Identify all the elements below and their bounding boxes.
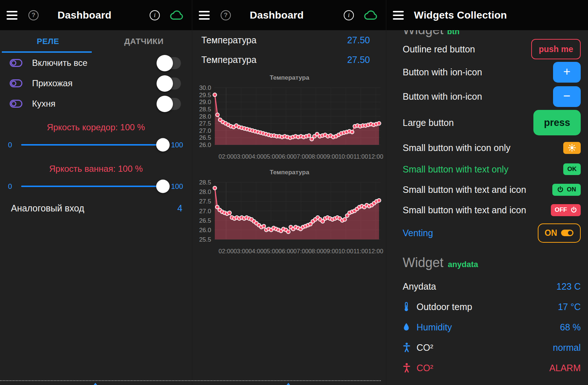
slider-max-label: 100	[171, 182, 183, 191]
temperature-chart-plot: 30.029.529.028.528.027.527.026.526.002:0…	[196, 83, 383, 161]
tab-relays[interactable]: РЕЛЕ	[0, 30, 96, 53]
cloud-status-icon[interactable]	[169, 10, 184, 21]
brightness-bath-slider-row: 0 100	[0, 176, 192, 197]
co2-alarm-row: CO² ALARM	[386, 358, 588, 378]
cut-off-footer-glyph	[92, 383, 98, 385]
menu-icon[interactable]	[7, 11, 17, 20]
widgets-collection-panel: Widgets Collection Widget btn Outline re…	[386, 0, 588, 385]
svg-text:08:00: 08:00	[308, 153, 323, 160]
svg-text:25.5: 25.5	[199, 236, 211, 243]
menu-icon[interactable]	[393, 11, 404, 20]
svg-text:28.5: 28.5	[199, 179, 211, 186]
switch-all-toggle[interactable]	[158, 57, 181, 69]
button-label: OFF	[555, 206, 567, 214]
svg-text:26.5: 26.5	[199, 134, 211, 141]
switch-label: Включить все	[32, 58, 158, 68]
svg-text:03:00: 03:00	[233, 248, 248, 254]
svg-text:26.0: 26.0	[199, 142, 211, 148]
svg-text:28.0: 28.0	[199, 188, 211, 195]
cut-off-footer-glyph	[285, 383, 291, 385]
sunny-button[interactable]	[563, 142, 581, 154]
body-icon	[403, 363, 411, 373]
section-title: Widget	[403, 255, 443, 270]
temperature-chart-plot: 28.528.027.527.026.526.025.502:0003:0004…	[196, 178, 383, 256]
minus-button[interactable]: −	[553, 86, 581, 107]
thermometer-icon	[403, 302, 410, 312]
section-tag: anydata	[448, 260, 478, 269]
add-icon: +	[563, 64, 571, 79]
svg-text:27.5: 27.5	[199, 198, 211, 205]
plus-button[interactable]: +	[553, 62, 581, 83]
svg-text:09:00: 09:00	[323, 248, 338, 254]
row-label: Button with ion-icon	[403, 91, 553, 102]
slider-knob[interactable]	[156, 180, 170, 193]
app-root: ? Dashboard i РЕЛЕ ДАТЧИКИ Включить все …	[0, 0, 588, 385]
water-icon	[403, 322, 410, 332]
push-me-button[interactable]: push me	[531, 39, 581, 59]
button-label: ON	[545, 228, 557, 238]
outdoor-temp-row: Outdoor temp 17 °C	[386, 297, 588, 317]
widget-row-large: Large button press	[386, 109, 588, 136]
switch-label: Кухня	[32, 99, 158, 109]
info-icon[interactable]: i	[150, 10, 160, 20]
toggle-icon	[9, 79, 23, 88]
switch-hallway-toggle[interactable]	[158, 78, 181, 90]
row-value: 68 %	[560, 322, 581, 333]
row-label: Anydata	[403, 281, 556, 292]
toggle-icon	[9, 59, 23, 67]
section-tag: btn	[447, 30, 459, 36]
power-on-button[interactable]: ON	[552, 184, 581, 196]
temperature-row: Температура 27.50	[192, 50, 386, 70]
svg-text:05:00: 05:00	[264, 248, 279, 254]
row-label: Small button with text and icon	[403, 184, 552, 195]
dashboard-sensors-panel: ? Dashboard i Температура 27.50 Температ…	[192, 0, 386, 385]
switch-label: Прихожая	[32, 78, 158, 88]
ok-button[interactable]: OK	[563, 163, 581, 175]
slider-max-label: 100	[171, 141, 183, 149]
help-icon[interactable]: ?	[28, 10, 39, 20]
co2-normal-row: CO² normal	[386, 337, 588, 358]
svg-text:05:00: 05:00	[264, 153, 279, 160]
svg-text:11:00: 11:00	[354, 153, 368, 160]
row-label: Outline red button	[403, 44, 531, 55]
svg-text:28.0: 28.0	[199, 113, 211, 120]
slider-min-label: 0	[8, 141, 20, 149]
svg-text:02:00: 02:00	[218, 153, 233, 160]
widget-row-text-only: Small button with text only OK	[386, 159, 588, 179]
row-label: Button with ion-icon	[403, 67, 553, 78]
power-icon	[557, 186, 564, 193]
power-icon	[571, 207, 577, 213]
svg-text:29.5: 29.5	[199, 92, 211, 99]
temperature-row: Температура 27.50	[192, 30, 386, 50]
switch-kitchen-toggle[interactable]	[158, 98, 181, 110]
venting-button[interactable]: ON	[538, 223, 581, 243]
switch-row-all: Включить все	[0, 53, 192, 73]
temperature-value: 27.50	[347, 55, 370, 65]
help-icon[interactable]: ?	[221, 10, 231, 20]
info-icon[interactable]: i	[344, 10, 354, 20]
page-title: Dashboard	[58, 9, 111, 21]
slider-knob[interactable]	[156, 138, 170, 152]
analog-input-value: 4	[177, 203, 182, 214]
svg-text:07:00: 07:00	[293, 153, 308, 160]
svg-text:06:00: 06:00	[279, 153, 293, 160]
row-label: Venting	[403, 228, 538, 238]
svg-text:28.5: 28.5	[199, 106, 211, 113]
svg-text:27.0: 27.0	[199, 127, 211, 134]
power-off-button[interactable]: OFF	[551, 204, 581, 216]
section-title: Widget	[403, 30, 443, 37]
brightness-corridor-slider[interactable]	[21, 144, 168, 146]
remove-icon: −	[563, 89, 571, 103]
analog-input-label: Аналоговый вход	[11, 203, 177, 214]
menu-icon[interactable]	[199, 11, 210, 20]
row-value: ALARM	[549, 363, 581, 373]
brightness-bath-slider[interactable]	[21, 186, 168, 187]
press-button[interactable]: press	[533, 110, 581, 135]
widget-row-icon-only: Small button with icon only	[386, 136, 588, 159]
row-label: Small button with text and icon	[403, 205, 551, 215]
anydata-section-heading: Widget anydata	[403, 255, 588, 274]
active-tab-indicator	[2, 51, 92, 53]
temperature-chart-2: Температура 28.528.027.527.026.526.025.5…	[196, 167, 383, 256]
tab-sensors[interactable]: ДАТЧИКИ	[96, 30, 192, 53]
cloud-status-icon[interactable]	[363, 10, 378, 21]
